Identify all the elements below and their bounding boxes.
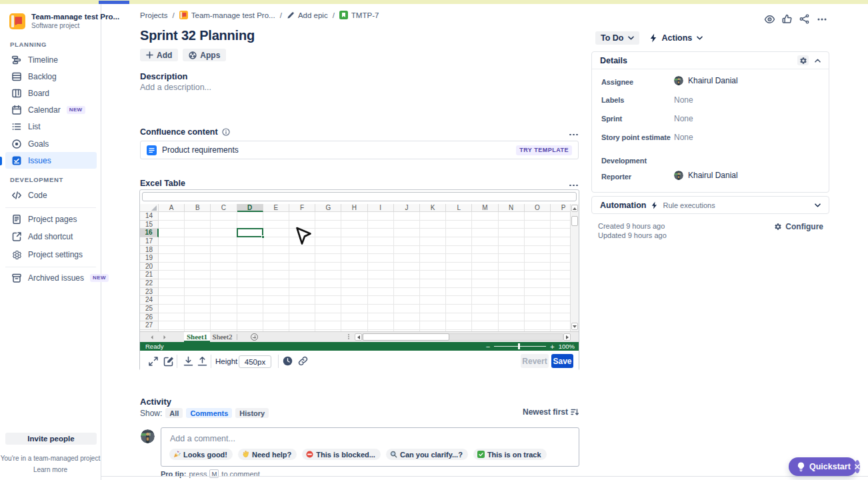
grid-cell-O25[interactable] [525,305,551,313]
grid-cell-J23[interactable] [394,288,420,297]
grid-cell-C26[interactable] [211,313,237,322]
grid-cell-N22[interactable] [499,279,525,288]
grid-cell-K27[interactable] [420,321,446,330]
grid-cell-D24[interactable] [237,296,263,305]
row-header-15[interactable]: 15 [140,221,159,229]
grid-cell-O16[interactable] [525,229,551,237]
field-value[interactable]: None [674,133,693,142]
grid-cell-H16[interactable] [341,229,367,237]
description-placeholder[interactable]: Add a description... [140,83,211,92]
grid-cell-E25[interactable] [263,305,289,313]
grid-cell-F22[interactable] [289,279,315,288]
grid-cell-O27[interactable] [525,321,551,330]
quick-reply-party[interactable]: Looks good! [169,449,233,460]
grid-cell-M19[interactable] [472,254,498,263]
grid-cell-I19[interactable] [368,254,394,263]
grid-cell-N24[interactable] [499,296,525,305]
filter-all[interactable]: All [165,408,183,418]
grid-cell-H14[interactable] [341,212,367,221]
grid-cell-H19[interactable] [341,254,367,263]
grid-cell-A23[interactable] [159,288,185,297]
grid-cell-E21[interactable] [263,271,289,279]
quick-reply-blocked[interactable]: This is blocked... [302,449,381,460]
sidebar-item-project-pages[interactable]: Project pages [5,211,97,227]
grid-cell-J16[interactable] [394,229,420,237]
learn-more-link[interactable]: Learn more [0,466,101,473]
grid-cell-K16[interactable] [420,229,446,237]
grid-cell-C20[interactable] [211,263,237,271]
zoom-in-button[interactable]: + [550,343,554,350]
edit-icon[interactable] [163,356,174,367]
grid-cell-K20[interactable] [420,263,446,271]
grid-cell-G16[interactable] [315,229,341,237]
grid-cell-F20[interactable] [289,263,315,271]
try-template-button[interactable]: TRY TEMPLATE [516,145,572,155]
grid-cell-P27[interactable] [551,321,570,330]
grid-cell-E19[interactable] [263,254,289,263]
height-input[interactable] [239,355,271,368]
grid-cell-C22[interactable] [211,279,237,288]
grid-cell-B27[interactable] [185,321,211,330]
filter-history[interactable]: History [235,408,269,418]
grid-cell-G26[interactable] [315,313,341,322]
field-value[interactable]: None [674,95,693,105]
scroll-up-button[interactable] [571,205,578,212]
grid-cell-B18[interactable] [185,246,211,255]
grid-cell-M24[interactable] [472,296,498,305]
grid-cell-F27[interactable] [289,321,315,330]
sidebar-item-archived-issues[interactable]: Archived issuesNEW [5,270,97,287]
sort-order-button[interactable]: Newest first [523,407,579,417]
sidebar-item-timeline[interactable]: Timeline [5,51,97,68]
grid-cell-O22[interactable] [525,279,551,288]
grid-cell-M14[interactable] [472,212,498,221]
grid-cell-P16[interactable] [551,229,570,237]
grid-cell-C21[interactable] [211,271,237,279]
automation-panel[interactable]: Automation Rule executions [591,196,829,214]
grid-cell-D22[interactable] [237,279,263,288]
grid-cell-M23[interactable] [472,288,498,297]
info-icon[interactable] [222,128,230,136]
grid-cell-M22[interactable] [472,279,498,288]
tab-scroll-grip[interactable] [348,334,349,339]
scroll-left-button[interactable] [355,333,362,341]
grid-cell-M18[interactable] [472,246,498,255]
grid-cell-J19[interactable] [394,254,420,263]
grid-cell-P26[interactable] [551,313,570,322]
grid-cell-N27[interactable] [499,321,525,330]
details-panel-header[interactable]: Details [592,52,829,69]
row-header-23[interactable]: 23 [140,288,159,297]
grid-cell-E22[interactable] [263,279,289,288]
grid-cell-O23[interactable] [525,288,551,297]
grid-cell-O26[interactable] [525,313,551,322]
grid-cell-J15[interactable] [394,221,420,229]
grid-cell-K19[interactable] [420,254,446,263]
grid-cell-D18[interactable] [237,246,263,255]
grid-cell-F16[interactable] [289,229,315,237]
grid-cell-N25[interactable] [499,305,525,313]
grid-cell-J22[interactable] [394,279,420,288]
grid-cell-I25[interactable] [368,305,394,313]
row-header-18[interactable]: 18 [140,246,159,255]
grid-cell-D20[interactable] [237,263,263,271]
grid-cell-O15[interactable] [525,221,551,229]
grid-cell-G20[interactable] [315,263,341,271]
grid-cell-F19[interactable] [289,254,315,263]
filter-comments[interactable]: Comments [186,408,232,418]
grid-cell-M21[interactable] [472,271,498,279]
grid-cell-B21[interactable] [185,271,211,279]
sidebar-item-board[interactable]: Board [5,85,97,101]
expand-icon[interactable] [148,356,159,367]
grid-cell-G25[interactable] [315,305,341,313]
grid-cell-N19[interactable] [499,254,525,263]
column-header-J[interactable]: J [394,204,420,212]
grid-cell-O18[interactable] [525,246,551,255]
grid-cell-L14[interactable] [446,212,472,221]
grid-cell-N18[interactable] [499,246,525,255]
comment-box[interactable]: Add a comment... Looks good!Need help?Th… [161,427,579,467]
grid-cell-L23[interactable] [446,288,472,297]
column-header-B[interactable]: B [185,204,211,212]
grid-cell-D27[interactable] [237,321,263,330]
horizontal-scroll-thumb[interactable] [363,333,449,341]
grid-cell-P25[interactable] [551,305,570,313]
column-header-O[interactable]: O [525,204,551,212]
